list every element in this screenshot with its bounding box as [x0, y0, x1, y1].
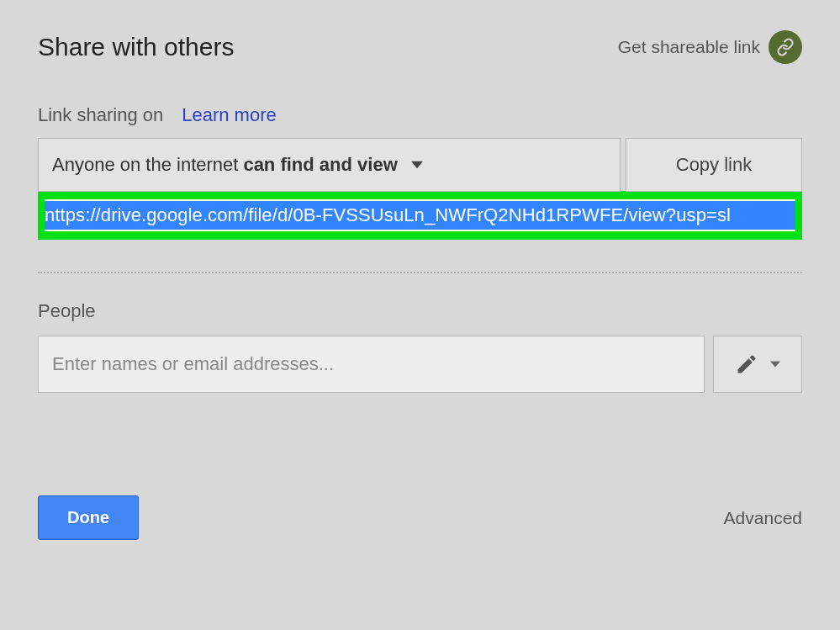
- people-row: [38, 336, 802, 393]
- share-url-field[interactable]: nttps://drive.google.com/file/d/0B-FVSSU…: [45, 199, 795, 231]
- copy-link-label: Copy link: [676, 154, 752, 176]
- permission-level: can find and view: [243, 154, 397, 176]
- link-sharing-status-label: Link sharing on: [38, 104, 163, 126]
- learn-more-link[interactable]: Learn more: [182, 104, 277, 126]
- section-divider: [38, 272, 802, 273]
- share-url-text: nttps://drive.google.com/file/d/0B-FVSSU…: [45, 201, 795, 230]
- dialog-title: Share with others: [38, 33, 234, 61]
- people-input[interactable]: [38, 336, 705, 393]
- link-icon: [769, 30, 802, 64]
- copy-link-button[interactable]: Copy link: [626, 138, 802, 192]
- dialog-header: Share with others Get shareable link: [38, 30, 802, 64]
- permission-row: Anyone on the internet can find and view…: [38, 138, 802, 192]
- permission-prefix: Anyone on the internet: [52, 154, 238, 176]
- get-shareable-link-button[interactable]: Get shareable link: [618, 30, 802, 64]
- permission-dropdown[interactable]: Anyone on the internet can find and view: [38, 138, 621, 192]
- done-button[interactable]: Done: [38, 495, 139, 540]
- link-sharing-status-row: Link sharing on Learn more: [38, 104, 802, 126]
- advanced-link[interactable]: Advanced: [724, 508, 802, 528]
- get-shareable-link-label: Get shareable link: [618, 37, 760, 57]
- dialog-footer: Done Advanced: [38, 495, 802, 540]
- people-section-label: People: [38, 300, 802, 322]
- caret-down-icon: [770, 361, 780, 368]
- people-permission-dropdown[interactable]: [713, 336, 802, 393]
- share-dialog: Share with others Get shareable link Lin…: [0, 0, 840, 574]
- caret-down-icon: [411, 161, 423, 169]
- share-url-highlight: nttps://drive.google.com/file/d/0B-FVSSU…: [38, 191, 802, 240]
- pencil-icon: [735, 352, 758, 376]
